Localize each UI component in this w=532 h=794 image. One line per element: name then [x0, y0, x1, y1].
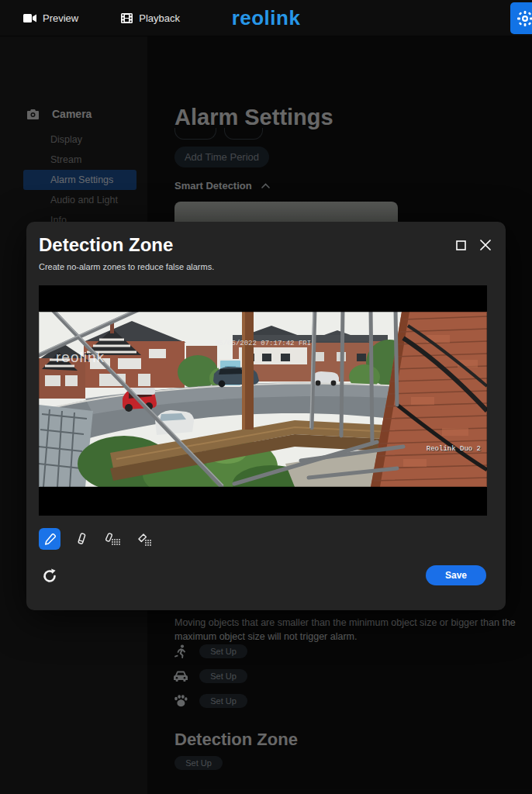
osd-watermark: reolink: [56, 349, 105, 366]
tab-playback[interactable]: Playback: [121, 12, 180, 24]
eraser-tool-button[interactable]: [71, 528, 92, 550]
clear-all-icon: [137, 533, 153, 546]
detection-zone-modal: Detection Zone Create no-alarm zones to …: [26, 222, 506, 610]
tab-preview[interactable]: Preview: [23, 12, 78, 24]
top-navigation-bar: Preview Playback reolink: [0, 0, 532, 36]
refresh-button[interactable]: [40, 568, 59, 586]
close-icon: [480, 240, 491, 250]
camera-snapshot: reolink 05/05/2022 07:17:42 FRI Reolink …: [39, 312, 487, 487]
maximize-button[interactable]: [454, 239, 467, 251]
modal-title: Detection Zone: [39, 234, 173, 256]
maximize-icon: [456, 240, 466, 250]
video-camera-icon: [23, 13, 36, 23]
clear-all-tool-button[interactable]: [134, 528, 156, 550]
modal-footer: Save: [26, 563, 506, 597]
save-button[interactable]: Save: [426, 565, 486, 585]
camera-stream-canvas[interactable]: reolink 05/05/2022 07:17:42 FRI Reolink …: [39, 285, 487, 516]
modal-subtitle: Create no-alarm zones to reduce false al…: [39, 262, 214, 271]
osd-timestamp: 05/05/2022 07:17:42 FRI: [215, 340, 311, 347]
film-icon: [121, 13, 133, 23]
close-button[interactable]: [479, 239, 492, 251]
pencil-tool-button[interactable]: [39, 528, 60, 550]
osd-camera-name: Reolink Duo 2: [427, 445, 481, 453]
fill-all-tool-button[interactable]: [102, 528, 124, 550]
settings-gear-button[interactable]: [510, 2, 532, 34]
gear-icon: [517, 11, 532, 26]
reolink-logo: reolink: [232, 6, 301, 30]
fill-all-icon: [105, 533, 121, 546]
eraser-icon: [76, 533, 87, 545]
refresh-icon: [42, 568, 57, 584]
tab-playback-label: Playback: [139, 12, 180, 24]
page: Preview Playback reolink: [0, 0, 532, 794]
tab-preview-label: Preview: [43, 12, 78, 24]
pencil-icon: [44, 533, 56, 545]
zone-tools-toolbar: [39, 528, 156, 550]
